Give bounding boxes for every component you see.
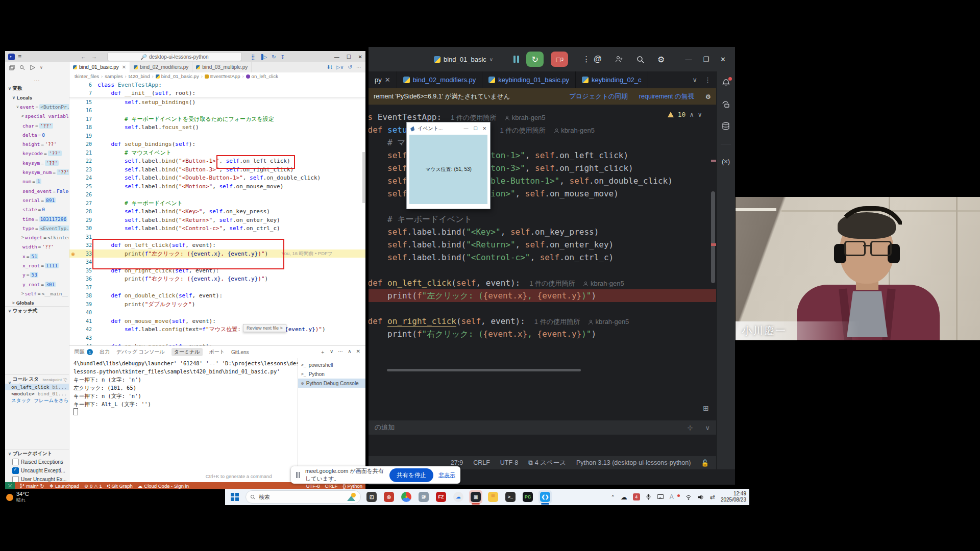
tab-bind_02_modifiers.py[interactable]: bind_02_modifiers.py xyxy=(397,71,483,88)
hide-link[interactable]: 非表示 xyxy=(438,471,455,479)
run-dropdown-icon[interactable]: ▷∨ xyxy=(336,64,344,70)
code-line-27[interactable]: 27 # キーボードイベント xyxy=(69,199,365,208)
locals-label[interactable]: Locals xyxy=(17,95,32,101)
variable-row[interactable]: y=53 xyxy=(5,270,69,280)
variable-row[interactable]: ∨event=<ButtonPr... xyxy=(5,102,69,111)
shell-item-Python Debug Console[interactable]: ⚙Python Debug Console xyxy=(298,379,365,388)
code-line-40[interactable]: 40 xyxy=(69,308,365,317)
code-line-17[interactable]: 17 # キーボードイベントを受け取るためにフォーカスを設定 xyxy=(69,115,365,123)
watch-section-header[interactable]: ウォッチ式 xyxy=(13,308,37,314)
tabs-more-icon[interactable]: ⋮ xyxy=(704,76,711,84)
breadcrumb-item[interactable]: bind_01_basic.py xyxy=(156,73,199,79)
callstack-frame[interactable]: <module>bind_01... xyxy=(5,390,69,397)
variable-row[interactable]: delta=0 xyxy=(5,130,69,139)
pc-code-line[interactable]: self.label.bind("<Control-c>", self.on_c… xyxy=(369,251,716,264)
add-watch-row[interactable]: の追加 ⊹ ∨ xyxy=(369,420,716,435)
terminal-tab-出力[interactable]: 出力 xyxy=(100,348,110,356)
breadcrumb-item[interactable]: samples xyxy=(105,73,122,79)
chrome-icon[interactable]: ● xyxy=(400,490,413,504)
code-line-16[interactable]: 16 xyxy=(69,106,365,115)
screen-share-icon[interactable] xyxy=(721,101,730,109)
terminal-tab-問題[interactable]: 問題1 xyxy=(75,348,93,356)
pc-code-line[interactable]: def on_left_click(self, event):1 件の使用箇所 … xyxy=(369,277,716,289)
pc-code-line[interactable]: def on_right_click(self, event):1 件の使用箇所… xyxy=(369,315,716,328)
volume-icon[interactable] xyxy=(698,494,704,500)
start-button[interactable] xyxy=(228,490,241,504)
ime-a-icon[interactable]: A xyxy=(670,493,674,500)
breadcrumb[interactable]: tkinter_files›samples›t420_bind›bind_01_… xyxy=(69,72,365,81)
pause-button[interactable] xyxy=(513,56,519,63)
breakpoints-section-header[interactable]: ブレークポイント xyxy=(13,450,53,457)
taskbar-clock[interactable]: 12:492025/08/23 xyxy=(721,491,746,503)
search-icon[interactable] xyxy=(19,65,25,70)
variable-row[interactable]: keysym='??' xyxy=(5,158,69,167)
terminal-output[interactable]: 4\bundled\libs\debugpy\launcher' '61248'… xyxy=(69,358,298,482)
ai-assistant-icon[interactable]: @ xyxy=(594,55,602,64)
pc-code-line[interactable]: print(f"右クリック: ({event.x}, {event.y})") xyxy=(369,328,716,340)
recorder-icon[interactable]: ▣ xyxy=(469,490,482,504)
cast-icon[interactable] xyxy=(657,494,664,500)
more-icon[interactable]: ⋯ xyxy=(338,348,343,356)
code-line-15[interactable]: 15 self.setup_bindings() xyxy=(69,98,365,107)
warning-count[interactable]: 10 xyxy=(678,111,686,118)
code-line-28[interactable]: 28 self.label.bind("<Key>", self.on_key_… xyxy=(69,207,365,216)
tab-actions[interactable]: ∨⋮ xyxy=(692,76,716,84)
code-line-41[interactable]: 41 def on_mouse_move(self, event): xyxy=(69,317,365,325)
shell-item-powershell[interactable]: >_powershell xyxy=(298,360,365,369)
terminal-tab-ターミナル[interactable]: ターミナル xyxy=(172,348,203,356)
sync-project-link[interactable]: プロジェクトの同期 xyxy=(569,92,628,101)
callstack-frame[interactable]: on_left_clickbi... xyxy=(5,384,69,390)
minimize-icon[interactable]: — xyxy=(334,54,339,60)
weather-widget[interactable]: 34°C晴れ xyxy=(6,491,29,504)
microphone-icon[interactable] xyxy=(646,493,651,500)
code-editor[interactable]: Review next file > 6class EventTestApp:7… xyxy=(69,81,365,345)
maximize-icon[interactable]: ☐ xyxy=(347,54,351,60)
split-window-icon[interactable]: ⊞ xyxy=(703,404,709,412)
variables-section-header[interactable]: 変数 xyxy=(13,85,22,92)
code-line-25[interactable]: 25 self.label.bind("<Motion>", self.on_m… xyxy=(69,182,365,191)
git-branch[interactable]: main*↻ xyxy=(20,483,44,489)
breadcrumb-item[interactable]: EventTestApp xyxy=(205,73,240,79)
banner-gear-icon[interactable]: ⚙ xyxy=(705,93,711,101)
pc-code-line[interactable] xyxy=(369,302,716,315)
tab-bind_03_multiple.py[interactable]: bind_03_multiple.py xyxy=(192,62,252,72)
task-view-icon[interactable]: ◰ xyxy=(365,490,378,504)
horizontal-scrollbar[interactable] xyxy=(387,369,581,371)
editor-actions[interactable]: ⬇t▷∨↺⋯ xyxy=(322,62,365,72)
code-line-6[interactable]: 6class EventTestApp: xyxy=(69,81,365,89)
breadcrumb-item[interactable]: on_left_click xyxy=(246,73,278,79)
code-line-29[interactable]: 29 self.label.bind("<Return>", self.on_e… xyxy=(69,216,365,224)
vscode-icon[interactable]: ❮❯ xyxy=(538,490,552,504)
taskbar-search[interactable]: 検索 xyxy=(246,490,361,504)
breakpoint-row[interactable]: Raised Exceptions xyxy=(5,458,69,466)
more-run-options-icon[interactable]: ⋮ xyxy=(582,55,590,64)
variable-row[interactable]: keysym_num='??' xyxy=(5,167,69,177)
pc-code-line[interactable]: print(f"左クリック: ({event.x}, {event.y})") xyxy=(369,289,716,302)
usage-hint[interactable]: 1 件の使用箇所 xyxy=(500,127,545,134)
usage-hint[interactable]: 1 件の使用箇所 xyxy=(534,318,580,325)
ignore-requirement-link[interactable]: requirement の無視 xyxy=(639,92,694,101)
variable-row[interactable]: >special variables xyxy=(5,112,69,121)
globals-label[interactable]: Globals xyxy=(16,300,34,306)
variable-row[interactable]: time=183117296 xyxy=(5,214,69,223)
close-tab-icon[interactable]: ✕ xyxy=(385,76,390,84)
menu-icon[interactable]: ≡ xyxy=(18,53,21,60)
variable-row[interactable]: height='??' xyxy=(5,139,69,148)
breakpoint-row[interactable]: User Uncaught Ex... xyxy=(5,475,69,482)
vscode-command-center[interactable]: 🔎 desktop-ui-lessons-python xyxy=(107,52,242,61)
timeline-icon[interactable]: ↺ xyxy=(348,64,352,70)
checkbox[interactable] xyxy=(12,476,19,482)
code-line-38[interactable]: 38 def on_double_click(self, event): xyxy=(69,291,365,300)
run-configuration-selector[interactable]: bind_01_basic∨ xyxy=(434,56,493,63)
badge4-icon[interactable]: 4 xyxy=(633,493,640,500)
code-line-30[interactable]: 30 self.label.bind("<Control-c>", self.o… xyxy=(69,224,365,233)
python-interpreter[interactable]: Python 3.13 (desktop-ui-lessons-python) xyxy=(576,459,691,466)
remote-device-icon[interactable]: 🖳 xyxy=(417,490,430,504)
tabs-dropdown-icon[interactable]: ∨ xyxy=(692,76,697,84)
stop-sharing-button[interactable]: 共有を停止 xyxy=(389,468,433,482)
database-icon[interactable] xyxy=(722,122,730,131)
tab-py[interactable]: py✕ xyxy=(369,71,397,88)
prev-warning-icon[interactable]: ∧ xyxy=(690,111,694,118)
code-line-39[interactable]: 39 print("ダブルクリック") xyxy=(69,300,365,309)
variable-row[interactable]: x=51 xyxy=(5,252,69,261)
